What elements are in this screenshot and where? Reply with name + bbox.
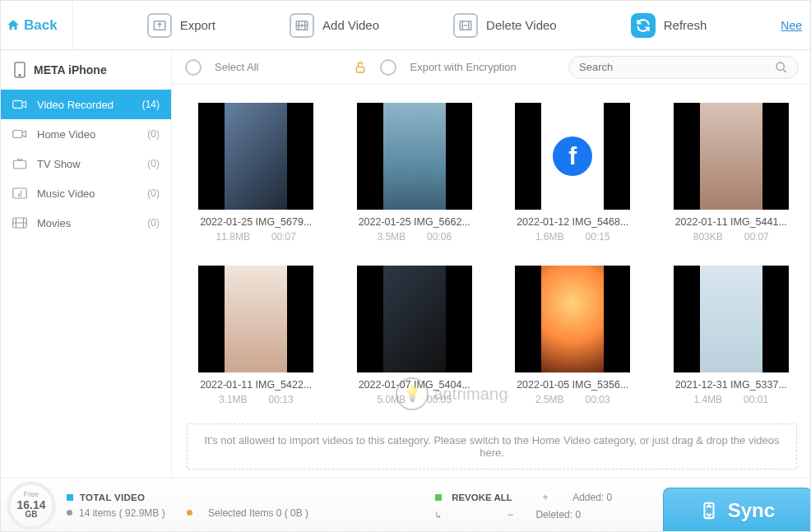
add-video-button[interactable]: Add Video	[290, 13, 379, 38]
video-size: 11.8MB	[216, 231, 250, 243]
undo-icon[interactable]: ↳	[435, 509, 441, 520]
search-input-wrapper[interactable]	[568, 56, 799, 79]
video-thumbnail	[674, 103, 789, 210]
svg-rect-5	[13, 101, 22, 109]
video-size: 1.4MB	[693, 394, 722, 405]
video-meta: 3.5MB00:06	[377, 231, 452, 243]
sidebar-item-movies[interactable]: Movies (0)	[1, 208, 171, 238]
lock-icon	[354, 61, 367, 74]
svg-point-11	[776, 62, 784, 70]
sidebar-item-count: (0)	[147, 187, 160, 199]
video-duration: 00:15	[586, 231, 610, 243]
search-input[interactable]	[579, 61, 775, 73]
import-notice: It's not allowed to import videos to thi…	[187, 423, 797, 470]
video-card[interactable]: 2022-01-11 IMG_5441...803KB00:07	[657, 103, 806, 243]
video-filename: 2022-01-25 IMG_5662...	[359, 216, 470, 228]
device-row[interactable]: META iPhone	[1, 50, 171, 90]
video-card[interactable]: 2022-01-11 IMG_5422...3.1MB00:13	[182, 266, 331, 405]
storage-gauge: Free 16.14 GB	[7, 482, 55, 530]
video-filename: 2021-12-31 IMG_5337...	[675, 379, 787, 391]
sidebar-item-video-recorded[interactable]: Video Recorded (14)	[1, 90, 171, 119]
video-meta: 5.0MB00:05	[377, 394, 452, 405]
sidebar-item-label: Video Recorded	[37, 99, 114, 111]
sidebar-item-label: Movies	[37, 217, 71, 229]
export-encryption-checkbox[interactable]	[380, 59, 396, 76]
search-icon	[775, 61, 788, 74]
video-filename: 2022-01-05 IMG_5356...	[517, 379, 628, 391]
select-all-checkbox[interactable]	[185, 59, 202, 76]
gauge-value: 16.14	[16, 499, 45, 511]
svg-rect-7	[14, 160, 26, 169]
refresh-icon	[631, 13, 656, 38]
delete-video-icon	[453, 13, 478, 38]
video-size: 3.5MB	[377, 231, 406, 243]
sync-label: Sync	[728, 499, 775, 522]
sidebar-item-count: (0)	[147, 217, 160, 229]
video-thumbnail	[198, 103, 313, 210]
video-thumbnail	[674, 266, 789, 372]
square-icon	[435, 494, 442, 501]
video-card[interactable]: 2022-01-05 IMG_5356...2.5MB00:03	[498, 266, 647, 405]
sync-icon	[700, 502, 718, 520]
video-size: 2.5MB	[535, 394, 564, 405]
video-filename: 2022-01-12 IMG_5468...	[517, 216, 628, 228]
selected-items: Selected Items 0 ( 0B )	[208, 507, 308, 519]
sidebar-item-tv-show[interactable]: TV Show (0)	[1, 149, 171, 178]
revoke-block: REVOKE ALL ＋ Added: 0 ↳ − Deleted: 0	[435, 490, 612, 520]
minus-icon: −	[507, 509, 513, 520]
video-meta: 1.6MB00:15	[535, 231, 610, 243]
export-encryption-label: Export with Encryption	[410, 61, 516, 73]
options-bar: Select All Export with Encryption	[172, 50, 811, 85]
video-card[interactable]: 2022-01-07 IMG_5404...5.0MB00:05	[341, 266, 489, 405]
video-meta: 1.4MB00:01	[693, 394, 768, 405]
camera-icon	[12, 98, 27, 111]
back-button[interactable]: Back	[1, 1, 73, 49]
video-filename: 2022-01-11 IMG_5422...	[200, 379, 312, 391]
home-icon	[6, 18, 21, 33]
video-size: 1.6MB	[535, 231, 564, 243]
video-grid: 2022-01-25 IMG_5679...11.8MB00:07 2022-0…	[172, 85, 811, 419]
total-video-title: TOTAL VIDEO	[80, 493, 145, 502]
video-meta: 3.1MB00:13	[219, 394, 294, 405]
toolbar-actions: Export Add Video Delete Video Refresh	[73, 13, 781, 38]
svg-point-4	[19, 75, 21, 76]
plus-icon: ＋	[540, 490, 550, 504]
sidebar-item-count: (0)	[147, 128, 160, 140]
facebook-icon: f	[553, 136, 592, 176]
delete-video-button[interactable]: Delete Video	[453, 13, 557, 38]
need-link[interactable]: Nee	[781, 19, 805, 32]
export-button[interactable]: Export	[147, 13, 215, 38]
gauge-unit: GB	[25, 511, 38, 520]
video-card[interactable]: 2022-01-25 IMG_5662...3.5MB00:06	[341, 103, 489, 243]
sidebar-item-music-video[interactable]: Music Video (0)	[1, 178, 171, 208]
video-size: 5.0MB	[377, 394, 406, 405]
sidebar-item-home-video[interactable]: Home Video (0)	[1, 119, 171, 149]
sidebar-item-count: (0)	[147, 158, 160, 169]
video-meta: 2.5MB00:03	[535, 394, 610, 405]
video-thumbnail	[357, 103, 472, 210]
video-size: 3.1MB	[219, 394, 248, 405]
select-all-label: Select All	[215, 61, 258, 73]
svg-rect-6	[13, 131, 22, 138]
main-panel: Select All Export with Encryption 2022-0…	[172, 50, 811, 478]
video-size: 803KB	[693, 231, 723, 243]
video-thumbnail: f	[515, 103, 630, 210]
refresh-label: Refresh	[664, 18, 707, 32]
video-duration: 00:06	[427, 231, 452, 243]
sidebar-item-label: TV Show	[37, 158, 81, 170]
device-name: META iPhone	[34, 63, 107, 76]
sync-button[interactable]: Sync	[663, 488, 811, 532]
video-duration: 00:13	[269, 394, 294, 405]
refresh-button[interactable]: Refresh	[631, 13, 707, 38]
video-card[interactable]: 2021-12-31 IMG_5337...1.4MB00:01	[657, 266, 806, 405]
video-duration: 00:01	[744, 394, 768, 405]
add-video-label: Add Video	[322, 18, 379, 32]
svg-rect-10	[357, 67, 364, 72]
music-video-icon	[12, 187, 27, 200]
video-card[interactable]: 2022-01-25 IMG_5679...11.8MB00:07	[182, 103, 331, 243]
video-meta: 803KB00:07	[693, 231, 769, 243]
video-card[interactable]: f2022-01-12 IMG_5468...1.6MB00:15	[498, 103, 647, 243]
sidebar-item-label: Home Video	[37, 128, 95, 141]
deleted-count: Deleted: 0	[535, 509, 581, 520]
phone-icon	[14, 62, 25, 78]
